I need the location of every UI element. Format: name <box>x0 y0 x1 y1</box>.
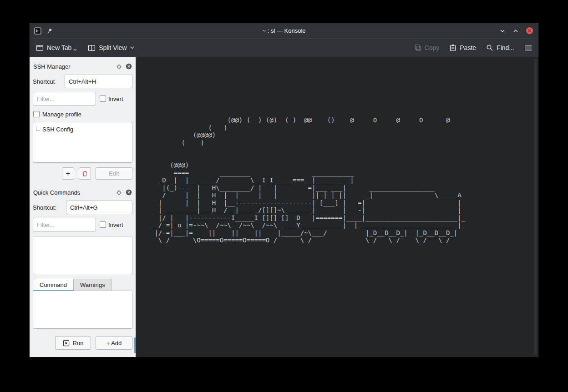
copy-icon <box>414 44 421 51</box>
tab-command[interactable]: Command <box>33 279 74 291</box>
ssh-manager-title: SSH Manager <box>33 63 117 70</box>
close-panel-icon[interactable] <box>126 63 132 70</box>
search-icon <box>486 44 493 51</box>
ssh-shortcut-input[interactable] <box>65 75 132 88</box>
ssh-shortcut-label: Shortcut <box>33 78 61 85</box>
ssh-filter-input[interactable] <box>33 92 96 106</box>
ssh-invert-checkbox[interactable] <box>100 95 106 102</box>
split-view-icon <box>88 44 96 52</box>
maximize-icon[interactable] <box>512 28 519 34</box>
add-ssh-entry-button[interactable]: + <box>62 167 74 180</box>
manage-profile-checkbox[interactable] <box>33 111 40 117</box>
terminal-display[interactable]: (@@) ( ) (@) ( ) @@ () @ O @ O @ ( ) (@@… <box>136 57 538 357</box>
ssh-invert-label: Invert <box>108 95 123 102</box>
qc-invert-checkbox[interactable] <box>100 221 106 228</box>
split-view-button[interactable]: Split View <box>88 44 135 52</box>
titlebar[interactable]: ~ : sl — Konsole <box>30 23 538 38</box>
sl-ascii-art: (@@) ( ) (@) ( ) @@ () @ O @ O @ ( ) (@@… <box>151 116 465 244</box>
pin-icon[interactable] <box>46 28 53 34</box>
qc-filter-input[interactable] <box>33 218 96 231</box>
konsole-window: ~ : sl — Konsole <box>29 23 539 357</box>
paste-button[interactable]: Paste <box>449 44 476 51</box>
quick-commands-list[interactable] <box>33 236 132 274</box>
konsole-app-icon[interactable] <box>34 27 41 35</box>
close-icon[interactable] <box>526 27 533 35</box>
new-tab-icon <box>36 44 44 52</box>
tree-item-ssh-config[interactable]: SSH Config <box>36 126 129 133</box>
find-label: Find... <box>497 44 514 51</box>
plus-icon: + <box>66 170 70 178</box>
hamburger-icon <box>524 45 532 51</box>
split-view-dropdown-icon <box>130 46 135 50</box>
tree-branch-icon <box>36 126 40 131</box>
close-panel-icon[interactable] <box>126 189 132 196</box>
quick-commands-header: Quick Commands <box>33 187 132 198</box>
copy-button[interactable]: Copy <box>414 44 440 51</box>
tree-item-label: SSH Config <box>42 126 73 133</box>
new-tab-label: New Tab <box>47 44 71 51</box>
edit-label: Edit <box>109 170 119 177</box>
ssh-manager-header: SSH Manager <box>33 61 132 72</box>
float-panel-icon[interactable] <box>117 190 122 195</box>
find-button[interactable]: Find... <box>486 44 514 51</box>
quick-commands-title: Quick Commands <box>33 189 117 196</box>
add-command-button[interactable]: + Add <box>96 336 132 350</box>
edit-ssh-entry-button[interactable]: Edit <box>96 167 132 180</box>
qc-tab-bar: Command Warnings <box>33 279 132 291</box>
qc-shortcut-label: Shortcut: <box>33 204 62 211</box>
manage-profile-label: Manage profile <box>42 111 81 118</box>
hamburger-menu-button[interactable] <box>524 45 532 51</box>
copy-label: Copy <box>425 44 440 51</box>
main-toolbar: New Tab Split View <box>30 38 538 57</box>
qc-command-textarea[interactable] <box>33 291 132 329</box>
paste-icon <box>449 44 456 51</box>
tab-warnings[interactable]: Warnings <box>74 279 112 291</box>
qc-invert-label: Invert <box>108 221 123 228</box>
run-label: Run <box>73 340 84 347</box>
run-button[interactable]: Run <box>55 336 91 350</box>
window-title: ~ : sl — Konsole <box>30 27 538 34</box>
trash-icon <box>81 170 88 177</box>
minimize-icon[interactable] <box>499 28 506 34</box>
run-icon <box>63 340 70 347</box>
float-panel-icon[interactable] <box>117 64 122 69</box>
new-tab-button[interactable]: New Tab <box>36 44 77 52</box>
qc-shortcut-input[interactable] <box>66 201 132 214</box>
sidebar: SSH Manager Shortcut <box>30 57 136 357</box>
terminal-scrollbar[interactable] <box>534 59 537 355</box>
delete-ssh-entry-button[interactable] <box>79 167 91 180</box>
new-tab-dropdown-icon <box>73 49 77 51</box>
paste-label: Paste <box>460 44 476 51</box>
ssh-config-tree[interactable]: SSH Config <box>33 122 132 163</box>
add-label: + Add <box>106 340 122 347</box>
split-view-label: Split View <box>99 44 127 51</box>
